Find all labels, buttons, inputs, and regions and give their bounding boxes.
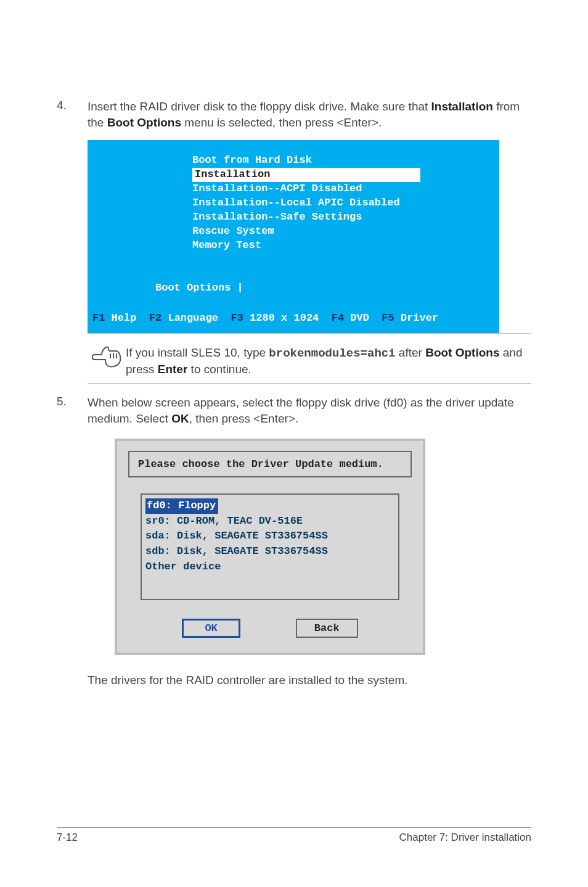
page-footer: 7-12 Chapter 7: Driver installation xyxy=(57,827,531,844)
boot-item-acpi-disabled[interactable]: Installation--ACPI Disabled xyxy=(192,182,499,196)
closing-text: The drivers for the RAID controller are … xyxy=(88,674,531,687)
boot-item-local-apic-disabled[interactable]: Installation--Local APIC Disabled xyxy=(192,196,499,210)
note-code: brokenmodules=ahci xyxy=(269,347,395,360)
footer-chapter: Chapter 7: Driver installation xyxy=(399,831,531,844)
step-5-text-b: , then press <Enter>. xyxy=(189,412,298,425)
driver-update-dialog-wrapper: Please choose the Driver Update medium. … xyxy=(115,439,531,655)
note-t4: to continue. xyxy=(187,363,251,376)
step-5-bold-a: OK xyxy=(171,412,189,425)
back-button[interactable]: Back xyxy=(296,619,358,638)
step-4-body: Insert the RAID driver disk to the flopp… xyxy=(88,99,531,130)
boot-item-hard-disk[interactable]: Boot from Hard Disk xyxy=(192,154,499,168)
note-b2: Enter xyxy=(158,363,188,376)
dialog-buttons: OK Back xyxy=(128,619,412,638)
driver-update-dialog: Please choose the Driver Update medium. … xyxy=(115,439,425,655)
step-5-text-a: When below screen appears, select the fl… xyxy=(88,396,514,425)
note-t2: after xyxy=(396,346,426,359)
boot-options-field[interactable]: Boot Options | xyxy=(155,281,499,295)
step-5: 5. When below screen appears, select the… xyxy=(57,395,531,426)
step-4-bold-b: Boot Options xyxy=(107,116,181,129)
fkey-f1[interactable]: F1 xyxy=(92,312,105,324)
step-4-bold-a: Installation xyxy=(431,100,493,113)
boot-screen: Boot from Hard Disk Installation Install… xyxy=(88,140,499,332)
device-fd0-label: fd0: Floppy xyxy=(145,498,218,514)
footer-page-number: 7-12 xyxy=(57,831,78,844)
fkey-f2[interactable]: F2 xyxy=(149,312,161,324)
dialog-title: Please choose the Driver Update medium. xyxy=(128,451,412,477)
fkey-f3-label: 1280 x 1024 xyxy=(250,312,319,324)
note-icon-cell xyxy=(88,345,126,371)
boot-item-safe-settings[interactable]: Installation--Safe Settings xyxy=(192,210,499,225)
fkey-f4[interactable]: F4 xyxy=(332,312,344,324)
step-5-number: 5. xyxy=(57,395,88,426)
boot-item-memory-test[interactable]: Memory Test xyxy=(192,239,499,253)
note-b1: Boot Options xyxy=(425,346,499,359)
fkey-f5-label: Driver xyxy=(401,312,438,324)
pointing-hand-icon xyxy=(92,346,121,368)
step-4-text-c: menu is selected, then press <Enter>. xyxy=(181,116,382,129)
step-5-body: When below screen appears, select the fl… xyxy=(88,395,531,426)
fkey-f1-label: Help xyxy=(112,312,137,324)
step-4-number: 4. xyxy=(57,99,88,130)
fkey-f2-label: Language xyxy=(168,312,218,324)
device-other[interactable]: Other device xyxy=(145,559,394,575)
dialog-device-list[interactable]: fd0: Floppy sr0: CD-ROM, TEAC DV-516E sd… xyxy=(141,493,399,600)
note-block: If you install SLES 10, type brokenmodul… xyxy=(88,333,531,384)
device-sdb[interactable]: sdb: Disk, SEAGATE ST336754SS xyxy=(145,544,394,559)
boot-item-installation-label: Installation xyxy=(192,168,420,182)
boot-fkeys: F1 Help F2 Language F3 1280 x 1024 F4 DV… xyxy=(92,311,499,326)
ok-button[interactable]: OK xyxy=(182,619,240,638)
device-fd0-selected[interactable]: fd0: Floppy xyxy=(145,498,394,514)
device-sda[interactable]: sda: Disk, SEAGATE ST336754SS xyxy=(145,529,394,544)
fkey-f5[interactable]: F5 xyxy=(382,312,394,324)
note-text: If you install SLES 10, type brokenmodul… xyxy=(126,345,531,378)
note-t1: If you install SLES 10, type xyxy=(126,346,269,359)
step-4: 4. Insert the RAID driver disk to the fl… xyxy=(57,99,531,130)
boot-menu: Boot from Hard Disk Installation Install… xyxy=(192,154,499,253)
step-4-text-a: Insert the RAID driver disk to the flopp… xyxy=(88,100,431,113)
boot-screen-wrapper: Boot from Hard Disk Installation Install… xyxy=(88,140,531,332)
fkey-f3[interactable]: F3 xyxy=(231,312,243,324)
boot-item-rescue-system[interactable]: Rescue System xyxy=(192,225,499,239)
fkey-f4-label: DVD xyxy=(350,312,369,324)
device-sr0[interactable]: sr0: CD-ROM, TEAC DV-516E xyxy=(145,514,394,529)
boot-item-installation-selected[interactable]: Installation xyxy=(192,168,499,182)
